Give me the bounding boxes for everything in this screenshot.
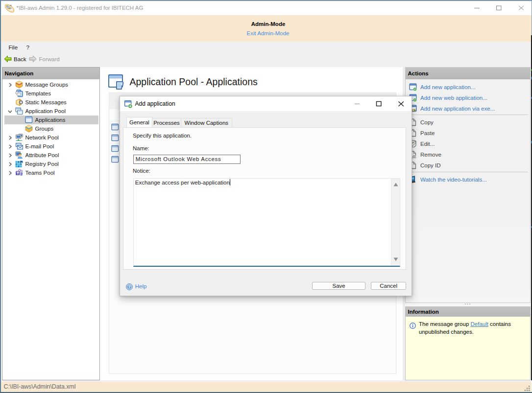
- svg-text:?: ?: [128, 284, 131, 289]
